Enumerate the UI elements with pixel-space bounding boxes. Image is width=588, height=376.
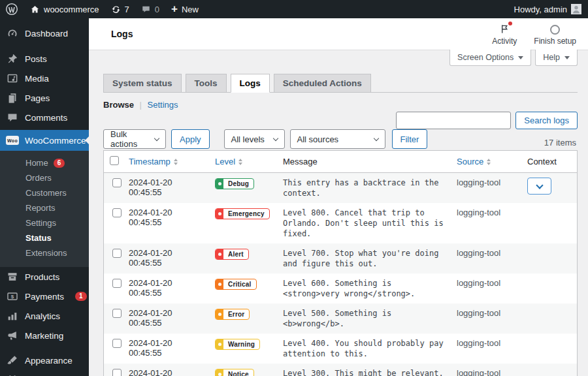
activity-label: Activity xyxy=(492,37,517,46)
sidebar-item-marketing[interactable]: Marketing xyxy=(0,326,89,345)
sidebar-item-comments[interactable]: Comments xyxy=(0,108,89,127)
tab-tools[interactable]: Tools xyxy=(186,74,227,93)
level-badge: Warning xyxy=(215,339,260,350)
sidebar-item-label: Marketing xyxy=(25,331,63,341)
row-checkbox[interactable] xyxy=(112,208,122,217)
level-filter-value: All levels xyxy=(231,134,265,144)
filter-button[interactable]: Filter xyxy=(392,129,428,149)
sidebar-item-woocommerce[interactable]: Woo WooCommerce xyxy=(0,130,89,151)
comments-indicator[interactable]: 0 xyxy=(141,5,159,14)
updates-icon xyxy=(111,5,121,14)
screen-options-button[interactable]: Screen Options xyxy=(449,50,531,66)
level-cell: Debug xyxy=(210,173,278,204)
page-title: Logs xyxy=(111,29,133,39)
payments-count-badge: 1 xyxy=(75,292,87,301)
sidebar-item-pages[interactable]: Pages xyxy=(0,88,89,108)
level-cell: Warning xyxy=(210,334,278,364)
logs-table: Timestamp Level Message Source Context 2… xyxy=(103,150,578,376)
row-checkbox[interactable] xyxy=(112,339,122,348)
level-label: Debug xyxy=(223,179,253,189)
sidebar-item-analytics[interactable]: Analytics xyxy=(0,306,89,326)
sidebar-item-dashboard[interactable]: Dashboard xyxy=(0,24,89,43)
sidebar-item-posts[interactable]: Posts xyxy=(0,49,89,69)
submenu-item-status[interactable]: Status xyxy=(0,230,89,245)
help-button[interactable]: Help xyxy=(535,50,578,66)
sidebar-item-label: Media xyxy=(25,74,49,84)
pages-icon xyxy=(6,91,19,104)
comments-icon xyxy=(6,111,19,124)
account-menu[interactable]: Howdy, admin xyxy=(514,4,581,14)
products-icon xyxy=(6,270,19,283)
screen-options-label: Screen Options xyxy=(457,53,514,62)
screen-meta-links: Screen Options Help xyxy=(449,50,578,66)
header-tools: Activity Finish setup xyxy=(492,23,576,46)
message-cell: This entry has a backtrace in the contex… xyxy=(278,173,451,204)
unread-dot xyxy=(508,22,512,25)
sidebar-item-label: Products xyxy=(25,272,59,282)
row-checkbox[interactable] xyxy=(112,369,122,376)
search-input[interactable] xyxy=(396,112,511,129)
row-checkbox[interactable] xyxy=(112,249,122,258)
source-cell: logging-tool xyxy=(451,334,522,364)
level-filter-select[interactable]: All levels xyxy=(224,129,285,149)
level-cell: Alert xyxy=(210,243,278,274)
submenu-item-home[interactable]: Home 6 xyxy=(0,155,89,170)
filter-controls: Bulk actions Apply All levels All source… xyxy=(103,129,427,149)
submenu-item-label: Home xyxy=(25,158,48,168)
sidebar-item-media[interactable]: Media xyxy=(0,69,89,88)
message-cell: Level 400. You should probably pay atten… xyxy=(278,334,451,364)
source-filter-select[interactable]: All sources xyxy=(290,129,385,149)
sidebar-item-payments[interactable]: $ Payments 1 xyxy=(0,287,89,306)
tab-logs[interactable]: Logs xyxy=(231,74,270,93)
new-content-button[interactable]: + New xyxy=(171,5,199,14)
apply-button[interactable]: Apply xyxy=(171,129,210,149)
submenu-item-customers[interactable]: Customers xyxy=(0,185,89,200)
source-cell: logging-tool xyxy=(451,243,522,274)
sidebar-item-appearance[interactable]: Appearance xyxy=(0,351,89,370)
column-header-source[interactable]: Source xyxy=(457,157,491,166)
howdy-text: Howdy, admin xyxy=(514,5,567,14)
status-page-content: System status Tools Logs Scheduled Actio… xyxy=(89,74,588,376)
finish-setup-button[interactable]: Finish setup xyxy=(534,23,576,46)
search-logs-button[interactable]: Search logs xyxy=(515,112,578,129)
context-toggle-button[interactable] xyxy=(527,178,551,195)
pin-icon xyxy=(6,52,19,65)
column-header-level[interactable]: Level xyxy=(215,157,242,166)
context-cell xyxy=(522,304,577,334)
submenu-item-label: Settings xyxy=(25,218,56,228)
site-menu[interactable]: woocommerce xyxy=(30,5,99,14)
level-dot-icon xyxy=(218,283,221,286)
row-checkbox[interactable] xyxy=(112,178,122,187)
log-table-body: 2024-01-20 00:45:55DebugThis entry has a… xyxy=(104,173,577,376)
source-cell: logging-tool xyxy=(451,364,522,376)
tab-scheduled-actions[interactable]: Scheduled Actions xyxy=(274,74,371,93)
dashboard-icon xyxy=(6,27,19,40)
submenu-item-reports[interactable]: Reports xyxy=(0,200,89,215)
sidebar-item-plugins[interactable]: Plugins xyxy=(0,370,89,376)
woocommerce-submenu: Home 6 Orders Customers Reports Settings… xyxy=(0,151,89,267)
subnav-browse[interactable]: Browse xyxy=(103,100,134,110)
level-cell: Critical xyxy=(210,274,278,304)
row-checkbox[interactable] xyxy=(112,279,122,288)
subnav-settings-link[interactable]: Settings xyxy=(148,100,178,110)
wordpress-logo[interactable] xyxy=(5,3,18,16)
row-checkbox[interactable] xyxy=(112,309,122,318)
column-header-timestamp[interactable]: Timestamp xyxy=(129,157,178,166)
submenu-item-extensions[interactable]: Extensions xyxy=(0,245,89,260)
tab-system-status[interactable]: System status xyxy=(103,74,182,93)
level-badge: Error xyxy=(215,309,250,320)
submenu-item-settings[interactable]: Settings xyxy=(0,215,89,230)
updates-indicator[interactable]: 7 xyxy=(111,5,129,14)
current-menu-arrow-icon xyxy=(85,136,89,144)
logs-toolbar: Bulk actions Apply All levels All source… xyxy=(103,111,578,150)
home-icon xyxy=(30,5,40,14)
select-all-checkbox[interactable] xyxy=(110,156,119,165)
submenu-item-orders[interactable]: Orders xyxy=(0,170,89,185)
sidebar-item-label: Analytics xyxy=(25,311,60,321)
sidebar-item-products[interactable]: Products xyxy=(0,267,89,287)
activity-button[interactable]: Activity xyxy=(492,23,517,46)
level-badge: Debug xyxy=(215,178,254,189)
sort-arrows-icon xyxy=(487,159,491,165)
bulk-actions-select[interactable]: Bulk actions xyxy=(103,129,166,149)
timestamp-cell: 2024-01-20 00:45:55 xyxy=(123,334,210,364)
